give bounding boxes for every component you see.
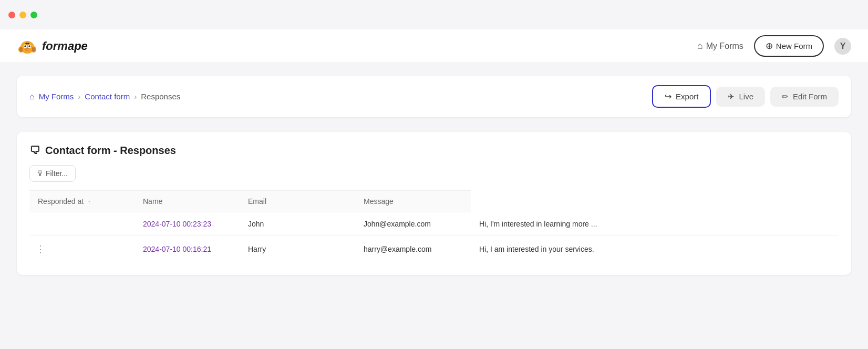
responses-section: 🗨 Contact form - Responses ⊽ Filter... R…	[17, 132, 851, 275]
svg-point-11	[26, 48, 29, 50]
close-button[interactable]	[8, 12, 15, 18]
table-row: ⋮2024-07-10 00:16:21Harryharry@example.c…	[29, 236, 839, 263]
header: formape ⌂ My Forms ⊕ New Form Y	[0, 29, 868, 63]
svg-point-8	[24, 45, 26, 47]
sort-icon: ↑	[88, 199, 91, 205]
titlebar	[0, 0, 868, 29]
svg-point-5	[23, 44, 32, 52]
breadcrumb-current: Responses	[141, 92, 180, 101]
responses-title: 🗨 Contact form - Responses	[29, 145, 839, 157]
table-row: 2024-07-10 00:23:23JohnJohn@example.comH…	[29, 212, 839, 236]
breadcrumb-sep2: ›	[134, 92, 137, 101]
col-header-email: Email	[240, 191, 355, 212]
live-icon: ✈	[728, 92, 735, 101]
minimize-button[interactable]	[19, 12, 26, 18]
table-header-row: Responded at ↑ Name Email Message	[29, 191, 839, 212]
filter-label: Filter...	[46, 169, 68, 178]
responses-table: Responded at ↑ Name Email Message 2024-0…	[29, 190, 839, 262]
cell-name: Harry	[240, 236, 355, 263]
filter-icon: ⊽	[37, 169, 43, 178]
cell-name: John	[240, 212, 355, 236]
svg-point-9	[28, 45, 30, 47]
new-form-button[interactable]: ⊕ New Form	[754, 35, 824, 57]
breadcrumb: ⌂ My Forms › Contact form › Responses	[29, 92, 180, 101]
plus-circle-icon: ⊕	[766, 40, 773, 52]
cell-email: John@example.com	[355, 212, 471, 236]
speech-icon: 🗨	[29, 145, 40, 157]
cell-message: Hi, I'm interested in learning more ...	[471, 212, 839, 236]
action-bar: ⌂ My Forms › Contact form › Responses ↪ …	[17, 76, 851, 117]
edit-form-label: Edit Form	[793, 92, 827, 101]
filter-button[interactable]: ⊽ Filter...	[29, 165, 76, 182]
breadcrumb-contact-form-label: Contact form	[85, 92, 130, 101]
export-button[interactable]: ↪ Export	[652, 85, 711, 108]
nav-my-forms-link[interactable]: ⌂ My Forms	[697, 40, 743, 52]
user-avatar[interactable]: Y	[834, 38, 851, 55]
maximize-button[interactable]	[30, 12, 37, 18]
svg-point-4	[32, 47, 36, 52]
edit-icon: ✏	[782, 92, 789, 101]
cell-email: harry@example.com	[355, 236, 471, 263]
breadcrumb-my-forms-link[interactable]: My Forms	[39, 92, 74, 101]
responses-title-text: Contact form - Responses	[45, 145, 176, 157]
timestamp-link[interactable]: 2024-07-10 00:16:21	[143, 245, 211, 253]
col-header-name: Name	[135, 191, 240, 212]
live-button[interactable]: ✈ Live	[716, 87, 765, 107]
row-menu-icon[interactable]: ⋮	[34, 242, 47, 256]
col-header-message: Message	[355, 191, 471, 212]
export-label: Export	[676, 92, 698, 101]
live-label: Live	[739, 92, 753, 101]
breadcrumb-contact-form-link[interactable]: Contact form	[85, 92, 130, 101]
logo-text: formape	[42, 39, 88, 53]
breadcrumb-my-forms-label: My Forms	[39, 92, 74, 101]
logo-icon	[17, 36, 38, 57]
timestamp-link[interactable]: 2024-07-10 00:23:23	[143, 220, 211, 228]
col-header-responded-at[interactable]: Responded at ↑	[29, 191, 135, 212]
nav-my-forms-label: My Forms	[706, 42, 743, 51]
new-form-label: New Form	[776, 42, 812, 50]
export-icon: ↪	[665, 91, 671, 101]
main-nav: ⌂ My Forms ⊕ New Form Y	[697, 35, 851, 57]
breadcrumb-sep1: ›	[78, 92, 80, 101]
breadcrumb-home-icon: ⌂	[29, 92, 35, 101]
action-buttons: ↪ Export ✈ Live ✏ Edit Form	[652, 85, 839, 108]
cell-message: Hi, I am interested in your services.	[471, 236, 839, 263]
edit-form-button[interactable]: ✏ Edit Form	[770, 87, 839, 107]
user-initial: Y	[840, 42, 846, 51]
home-icon: ⌂	[697, 40, 703, 52]
main-content: ⌂ My Forms › Contact form › Responses ↪ …	[0, 63, 868, 288]
logo[interactable]: formape	[17, 36, 88, 57]
svg-point-3	[19, 47, 23, 52]
